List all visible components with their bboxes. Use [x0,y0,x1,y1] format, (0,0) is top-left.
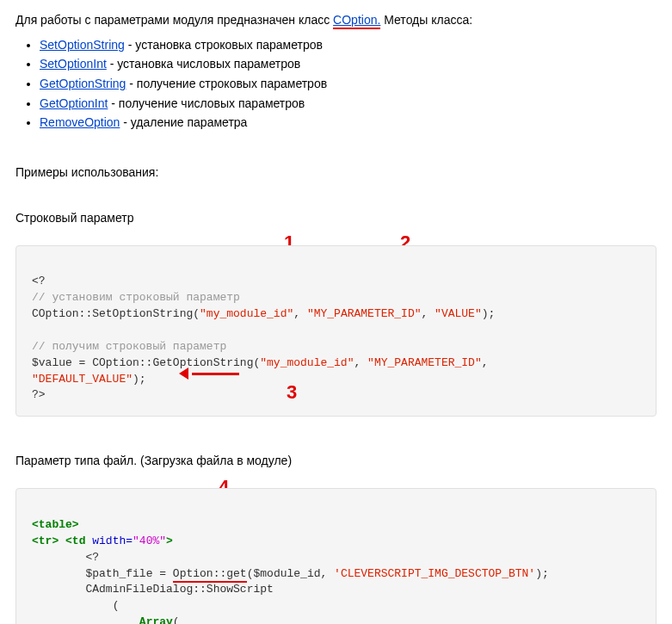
method-link[interactable]: GetOptionString [40,77,126,90]
examples-header: Примеры использования: [15,164,657,181]
intro-prefix: Для работы с параметрами модуля предназн… [15,13,333,27]
intro-text: Для работы с параметрами модуля предназн… [15,12,657,28]
file-param-header: Параметр типа файл. (Загрузка файла в мо… [15,453,657,469]
method-desc: - получение числовых параметров [108,96,305,110]
method-desc: - получение строковых параметров [126,77,327,90]
method-link[interactable]: GetOptionInt [40,96,108,110]
list-item: SetOptionString - установка строковых па… [40,37,657,54]
coption-link[interactable]: COption. [333,13,380,29]
code-block-2: <table> <tr> <td width="40%"> <? $path_f… [15,488,657,624]
method-desc: - удаление параметра [120,115,247,129]
intro-suffix: Методы класса: [380,13,472,27]
method-link[interactable]: SetOptionString [40,38,125,52]
method-desc: - установка строковых параметров [125,38,323,52]
method-link[interactable]: SetOptionInt [40,57,107,71]
methods-list: SetOptionString - установка строковых па… [15,37,657,132]
list-item: GetOptionInt - получение числовых параме… [40,96,657,113]
method-link[interactable]: RemoveOption [40,115,120,129]
string-param-header: Строковый параметр [15,210,657,226]
code-block-1: <? // установим строковый параметр COpti… [15,245,657,417]
list-item: GetOptionString - получение строковых па… [40,76,657,93]
method-desc: - установка числовых параметров [107,57,300,71]
list-item: RemoveOption - удаление параметра [40,114,657,132]
list-item: SetOptionInt - установка числовых параме… [40,56,657,73]
